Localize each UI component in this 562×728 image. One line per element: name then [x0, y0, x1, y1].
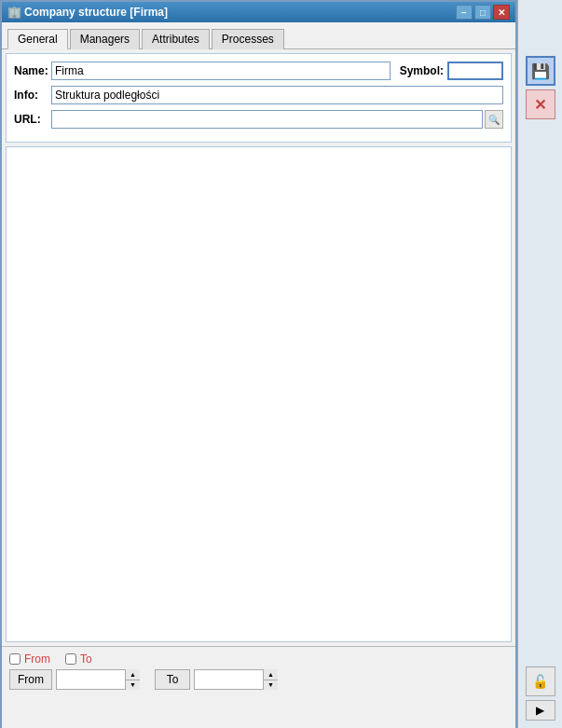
from-to-checkboxes: From To: [9, 652, 508, 666]
arrow-button[interactable]: ▶: [526, 700, 555, 721]
tab-bar: General Managers Attributes Processes: [2, 22, 515, 49]
to-checkbox[interactable]: [65, 653, 76, 665]
content-area: [6, 146, 512, 642]
to-spin-down[interactable]: ▼: [264, 680, 278, 691]
to-button[interactable]: To: [155, 669, 190, 690]
lock-icon: 🔓: [532, 674, 548, 689]
from-spin-down[interactable]: ▼: [126, 680, 140, 691]
arrow-icon: ▶: [536, 704, 544, 717]
titlebar-controls: − □ ✕: [456, 5, 510, 20]
from-button[interactable]: From: [9, 669, 52, 690]
from-to-inputs: From ▲ ▼ To ▲ ▼: [9, 669, 508, 690]
close-icon: ✕: [534, 96, 546, 114]
from-checkbox-group: From: [9, 652, 50, 666]
tab-attributes[interactable]: Attributes: [142, 29, 210, 49]
to-date-group: To ▲ ▼: [155, 669, 278, 690]
name-input[interactable]: [51, 62, 391, 80]
general-form: Name: Symbol: Info: URL: 🔍: [6, 53, 512, 143]
symbol-label: Symbol:: [400, 64, 444, 77]
name-row: Name: Symbol:: [14, 62, 503, 80]
from-checkbox-label: From: [24, 652, 50, 666]
window-close-button[interactable]: ✕: [493, 5, 510, 20]
close-button[interactable]: ✕: [526, 89, 555, 119]
url-search-button[interactable]: 🔍: [485, 110, 503, 129]
window-icon: 🏢: [7, 6, 21, 19]
lock-button[interactable]: 🔓: [526, 666, 555, 696]
minimize-button[interactable]: −: [456, 5, 473, 20]
name-label: Name:: [14, 64, 51, 77]
from-spin-up[interactable]: ▲: [126, 669, 140, 680]
from-checkbox[interactable]: [9, 653, 21, 665]
info-input[interactable]: [51, 86, 503, 104]
tab-managers[interactable]: Managers: [70, 29, 140, 49]
from-date-group: From ▲ ▼: [9, 669, 140, 690]
to-checkbox-label: To: [80, 652, 92, 666]
save-icon: 💾: [531, 62, 550, 80]
to-date-spinner: ▲ ▼: [263, 669, 278, 690]
tab-processes[interactable]: Processes: [212, 29, 284, 49]
symbol-input[interactable]: [447, 62, 503, 80]
to-checkbox-group: To: [65, 652, 92, 666]
from-date-input-wrap: ▲ ▼: [56, 669, 140, 690]
sidebar-bottom-controls: 🔓 ▶: [526, 666, 555, 721]
from-date-spinner: ▲ ▼: [125, 669, 140, 690]
url-input[interactable]: [51, 110, 483, 129]
info-label: Info:: [14, 89, 51, 102]
maximize-button[interactable]: □: [474, 5, 491, 20]
title-bar: 🏢 Company structure [Firma] − □ ✕: [2, 2, 515, 22]
bottom-bar: From To From ▲ ▼: [2, 646, 515, 728]
search-icon: 🔍: [488, 115, 500, 125]
url-label: URL:: [14, 113, 51, 126]
info-row: Info:: [14, 86, 503, 104]
to-date-input-wrap: ▲ ▼: [194, 669, 278, 690]
window-title: Company structure [Firma]: [24, 6, 456, 19]
url-row: URL: 🔍: [14, 110, 503, 129]
to-spin-up[interactable]: ▲: [264, 669, 278, 680]
save-button[interactable]: 💾: [526, 56, 555, 86]
right-sidebar: 💾 ✕ 🔓 ▶: [517, 0, 562, 728]
tab-general[interactable]: General: [7, 29, 68, 49]
